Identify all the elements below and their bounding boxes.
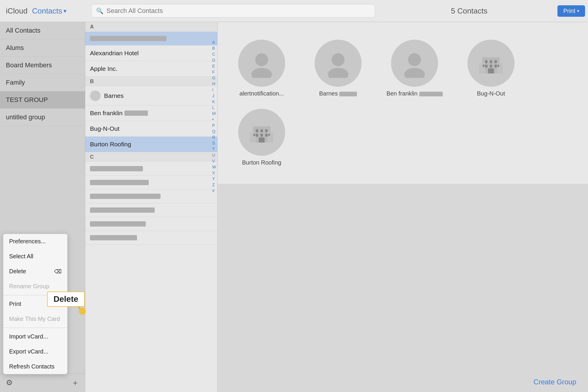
contact-card[interactable]: Burton Roofing (229, 109, 294, 166)
sidebar-item-board-members[interactable]: Board Members (0, 57, 85, 74)
contact-name-blurred (90, 221, 146, 227)
avatar (467, 40, 514, 87)
svg-rect-27 (260, 134, 263, 137)
print-label: Print (563, 8, 575, 14)
contact-list: A Alexandrian Hotel Apple Inc. B Barnes … (85, 22, 218, 392)
svg-rect-17 (488, 68, 494, 73)
print-button[interactable]: Print ▾ (557, 5, 585, 17)
contact-name: Apple Inc. (90, 65, 117, 72)
svg-rect-13 (495, 60, 497, 63)
settings-button[interactable]: ⚙ (6, 378, 13, 387)
avatar (238, 109, 285, 156)
contact-name-blurred (90, 36, 166, 41)
svg-point-6 (408, 53, 421, 66)
contact-row[interactable] (85, 217, 217, 231)
sidebar-item-family[interactable]: Family (0, 74, 85, 91)
icloud-label: iCloud (6, 6, 28, 16)
menu-preferences[interactable]: Preferences... (3, 234, 67, 249)
contact-row[interactable]: Bug-N-Out (85, 121, 217, 137)
svg-point-2 (255, 53, 268, 66)
contact-name: Barnes (104, 92, 124, 99)
contact-card-name: Bug-N-Out (477, 90, 505, 97)
contact-card-name: Ben franklin (386, 90, 442, 97)
section-header-b: B (85, 77, 217, 86)
contact-name-blurred (90, 207, 155, 213)
app-chevron-icon[interactable]: ▾ (64, 7, 66, 14)
menu-refresh[interactable]: Refresh Contacts (3, 359, 67, 374)
menu-export-vcard[interactable]: Export vCard... (3, 344, 67, 359)
sidebar-item-test-group[interactable]: TEST GROUP (0, 91, 85, 109)
contact-row[interactable] (85, 32, 217, 46)
svg-rect-11 (485, 60, 487, 63)
contact-card[interactable]: alertnotification... (229, 40, 294, 97)
svg-point-5 (328, 68, 348, 78)
menu-import-vcard[interactable]: Import vCard... (3, 329, 67, 344)
contact-card[interactable]: Barnes (306, 40, 370, 97)
contact-name-blurred (90, 194, 161, 199)
svg-rect-30 (253, 134, 255, 136)
app-title: iCloud Contacts ▾ (0, 6, 85, 16)
contact-name: Ben franklin (90, 110, 124, 117)
avatar (391, 40, 438, 87)
contact-card-name: Burton Roofing (242, 159, 281, 166)
sidebar-footer: ⚙ ＋ (0, 373, 85, 392)
sidebar-item-all-contacts[interactable]: All Contacts (0, 22, 85, 39)
contact-grid: alertnotification... Barnes (229, 34, 576, 172)
section-header-a: A (85, 22, 217, 32)
main-content: All Contacts Alums Board Members Family … (0, 22, 588, 392)
contact-card[interactable]: Ben franklin (382, 40, 447, 97)
detail-panel: alertnotification... Barnes (218, 22, 588, 184)
contact-name-blurred (90, 235, 137, 240)
search-bar[interactable]: 🔍 (91, 4, 375, 18)
contact-row[interactable]: Barnes (85, 86, 217, 105)
avatar (90, 91, 101, 101)
contact-name: Alexandrian Hotel (90, 50, 139, 57)
contact-name-blurred (124, 110, 148, 116)
contact-name: Bug-N-Out (90, 125, 119, 132)
contact-card[interactable]: Bug-N-Out (459, 40, 523, 97)
svg-rect-29 (259, 138, 265, 143)
svg-rect-28 (265, 134, 268, 137)
contact-name-blurred (90, 166, 143, 171)
delete-keyboard-icon: ⌫ (54, 268, 61, 275)
contact-row[interactable] (85, 190, 217, 203)
svg-rect-23 (256, 129, 258, 132)
svg-rect-14 (485, 65, 487, 68)
print-chevron-icon: ▾ (577, 9, 579, 13)
sidebar-item-alums[interactable]: Alums (0, 39, 85, 57)
contact-row[interactable] (85, 176, 217, 190)
contact-row[interactable]: Apple Inc. (85, 61, 217, 77)
svg-rect-12 (490, 60, 492, 63)
sidebar-item-untitled-group[interactable]: untitled group (0, 109, 85, 126)
contact-row[interactable] (85, 162, 217, 176)
menu-select-all[interactable]: Select All (3, 249, 67, 264)
search-input[interactable] (106, 7, 370, 15)
contact-name-blurred (90, 180, 149, 185)
svg-rect-25 (265, 129, 268, 132)
svg-rect-26 (256, 134, 258, 137)
svg-rect-19 (497, 65, 499, 67)
svg-point-7 (404, 68, 425, 78)
detail-footer: Create Group (534, 378, 576, 386)
contact-card-name: Barnes (319, 90, 357, 97)
contact-row[interactable]: Burton Roofing (85, 137, 217, 152)
svg-rect-16 (495, 65, 497, 68)
contact-row[interactable] (85, 203, 217, 217)
contact-count: 5 Contacts (381, 6, 557, 16)
contact-card-name: alertnotification... (239, 90, 284, 97)
svg-point-4 (332, 53, 345, 66)
add-contact-button[interactable]: ＋ (71, 378, 79, 388)
contacts-label: Contacts (32, 6, 62, 16)
avatar (238, 40, 285, 87)
menu-divider-2 (3, 328, 67, 328)
alphabet-index: A B C D E F G H I J K L M • P Q R S T U … (212, 40, 216, 193)
contact-row[interactable]: Alexandrian Hotel (85, 46, 217, 61)
svg-point-3 (251, 68, 272, 78)
create-group-button[interactable]: Create Group (534, 378, 576, 386)
menu-my-card: Make This My Card (3, 311, 67, 326)
contact-row[interactable] (85, 231, 217, 245)
menu-delete[interactable]: Delete ⌫ (3, 264, 67, 279)
contact-row[interactable]: Ben franklin (85, 105, 217, 121)
top-bar: iCloud Contacts ▾ 🔍 5 Contacts Print ▾ (0, 0, 588, 22)
search-icon: 🔍 (96, 7, 103, 14)
